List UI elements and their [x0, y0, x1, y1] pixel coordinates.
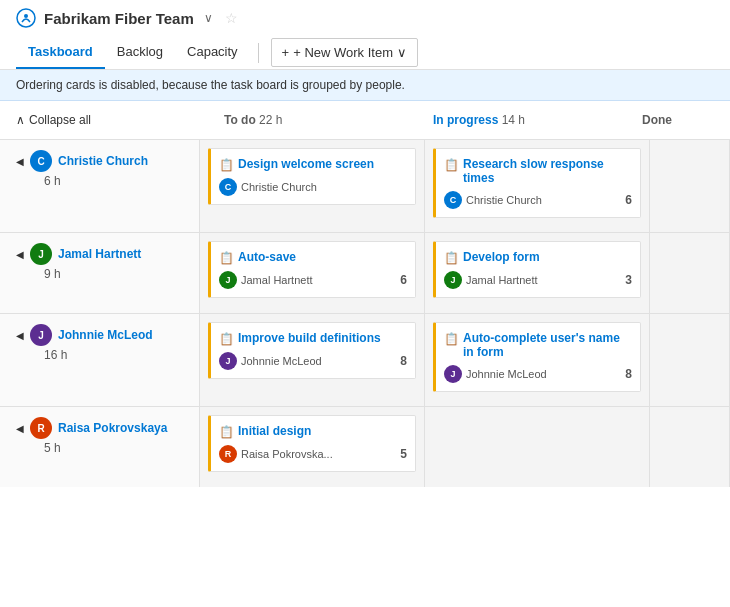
card-autocomplete-name[interactable]: 📋 Auto-complete user's name in form J Jo… [433, 322, 641, 392]
avatar-johnnie: J [30, 324, 52, 346]
col-todo-christie: 📋 Design welcome screen C Christie Churc… [200, 140, 425, 232]
card-person-raisa-todo: R Raisa Pokrovska... [219, 445, 333, 463]
card-title-improve-build: 📋 Improve build definitions [219, 331, 407, 346]
col-done-jamal [650, 233, 730, 313]
svg-point-1 [24, 14, 28, 18]
card-title-design-welcome: 📋 Design welcome screen [219, 157, 407, 172]
board-header: ∧ Collapse all To do 22 h In progress 14… [0, 101, 730, 139]
avatar-johnnie-todo: J [219, 352, 237, 370]
person-columns-johnnie: 📋 Improve build definitions J Johnnie Mc… [200, 314, 730, 406]
favorite-star-icon[interactable]: ☆ [225, 10, 238, 26]
person-name-raisa[interactable]: Raisa Pokrovskaya [58, 421, 167, 435]
person-info-jamal: ◀ J Jamal Hartnett 9 h [0, 233, 200, 313]
team-name: Fabrikam Fiber Team [44, 10, 194, 27]
card-hours-autocomplete: 8 [625, 367, 632, 381]
card-person-jamal-inprogress: J Jamal Hartnett [444, 271, 538, 289]
card-person-johnnie-inprogress: J Johnnie McLeod [444, 365, 547, 383]
collapse-arrow-johnnie[interactable]: ◀ [16, 330, 24, 341]
task-icon-autocomplete: 📋 [444, 332, 459, 346]
plus-icon: + [282, 45, 290, 60]
card-person-christie-todo: C Christie Church [219, 178, 317, 196]
col-header-done: Done [634, 109, 714, 131]
col-inprogress-jamal: 📋 Develop form J Jamal Hartnett 3 [425, 233, 650, 313]
card-design-welcome[interactable]: 📋 Design welcome screen C Christie Churc… [208, 148, 416, 205]
col-inprogress-christie: 📋 Research slow response times C Christi… [425, 140, 650, 232]
avatar-raisa-todo: R [219, 445, 237, 463]
person-columns-raisa: 📋 Initial design R Raisa Pokrovska... 5 [200, 407, 730, 487]
card-footer-improve-build: J Johnnie McLeod 8 [219, 352, 407, 370]
collapse-arrow-jamal[interactable]: ◀ [16, 249, 24, 260]
card-hours-research: 6 [625, 193, 632, 207]
card-hours-develop-form: 3 [625, 273, 632, 287]
col-todo-raisa: 📋 Initial design R Raisa Pokrovska... 5 [200, 407, 425, 487]
person-header-johnnie: ◀ J Johnnie McLeod [16, 324, 183, 346]
collapse-all-button[interactable]: ∧ Collapse all [16, 113, 216, 127]
board-body: ◀ C Christie Church 6 h 📋 Design welcome… [0, 139, 730, 487]
col-header-todo: To do 22 h [216, 109, 425, 131]
col-inprogress-johnnie: 📋 Auto-complete user's name in form J Jo… [425, 314, 650, 406]
person-section-johnnie: ◀ J Johnnie McLeod 16 h 📋 Improve build … [0, 313, 730, 406]
person-section-jamal: ◀ J Jamal Hartnett 9 h 📋 Auto-save [0, 232, 730, 313]
tab-capacity[interactable]: Capacity [175, 36, 250, 69]
person-hours-jamal: 9 h [44, 267, 183, 281]
avatar-christie-inprogress: C [444, 191, 462, 209]
collapse-arrow-christie[interactable]: ◀ [16, 156, 24, 167]
card-person-johnnie-todo: J Johnnie McLeod [219, 352, 322, 370]
top-bar: Fabrikam Fiber Team ∨ ☆ [0, 0, 730, 36]
person-header-jamal: ◀ J Jamal Hartnett [16, 243, 183, 265]
avatar-jamal: J [30, 243, 52, 265]
tab-taskboard[interactable]: Taskboard [16, 36, 105, 69]
card-hours-autosave: 6 [400, 273, 407, 287]
team-dropdown-icon[interactable]: ∨ [204, 11, 213, 25]
avatar-christie: C [30, 150, 52, 172]
task-icon-autosave: 📋 [219, 251, 234, 265]
card-title-research-slow: 📋 Research slow response times [444, 157, 632, 185]
team-icon [16, 8, 36, 28]
card-title-develop-form: 📋 Develop form [444, 250, 632, 265]
col-todo-jamal: 📋 Auto-save J Jamal Hartnett 6 [200, 233, 425, 313]
board-container: ∧ Collapse all To do 22 h In progress 14… [0, 101, 730, 487]
avatar-johnnie-inprogress: J [444, 365, 462, 383]
person-header-raisa: ◀ R Raisa Pokrovskaya [16, 417, 183, 439]
task-icon-improve-build: 📋 [219, 332, 234, 346]
nav-bar: Taskboard Backlog Capacity + + New Work … [0, 36, 730, 70]
card-improve-build[interactable]: 📋 Improve build definitions J Johnnie Mc… [208, 322, 416, 379]
collapse-arrow-raisa[interactable]: ◀ [16, 423, 24, 434]
col-done-raisa [650, 407, 730, 487]
person-header-christie: ◀ C Christie Church [16, 150, 183, 172]
person-info-raisa: ◀ R Raisa Pokrovskaya 5 h [0, 407, 200, 487]
tab-backlog[interactable]: Backlog [105, 36, 175, 69]
card-title-autosave: 📋 Auto-save [219, 250, 407, 265]
nav-divider [258, 43, 259, 63]
card-footer-develop-form: J Jamal Hartnett 3 [444, 271, 632, 289]
col-done-johnnie [650, 314, 730, 406]
card-hours-improve-build: 8 [400, 354, 407, 368]
person-columns-christie: 📋 Design welcome screen C Christie Churc… [200, 140, 730, 232]
person-name-johnnie[interactable]: Johnnie McLeod [58, 328, 153, 342]
col-header-inprogress: In progress 14 h [425, 109, 634, 131]
card-research-slow[interactable]: 📋 Research slow response times C Christi… [433, 148, 641, 218]
new-work-item-dropdown-icon[interactable]: ∨ [397, 45, 407, 60]
card-footer-initial-design: R Raisa Pokrovska... 5 [219, 445, 407, 463]
avatar-jamal-inprogress: J [444, 271, 462, 289]
col-inprogress-raisa [425, 407, 650, 487]
person-name-christie[interactable]: Christie Church [58, 154, 148, 168]
card-person-jamal-todo: J Jamal Hartnett [219, 271, 313, 289]
card-hours-initial-design: 5 [400, 447, 407, 461]
avatar-jamal-todo: J [219, 271, 237, 289]
new-work-item-button[interactable]: + + New Work Item ∨ [271, 38, 418, 67]
col-done-christie [650, 140, 730, 232]
col-todo-johnnie: 📋 Improve build definitions J Johnnie Mc… [200, 314, 425, 406]
card-title-initial-design: 📋 Initial design [219, 424, 407, 439]
columns-header: To do 22 h In progress 14 h Done [216, 109, 714, 131]
card-develop-form[interactable]: 📋 Develop form J Jamal Hartnett 3 [433, 241, 641, 298]
person-name-jamal[interactable]: Jamal Hartnett [58, 247, 141, 261]
info-bar: Ordering cards is disabled, because the … [0, 70, 730, 101]
card-autosave[interactable]: 📋 Auto-save J Jamal Hartnett 6 [208, 241, 416, 298]
task-icon-develop-form: 📋 [444, 251, 459, 265]
card-footer-autosave: J Jamal Hartnett 6 [219, 271, 407, 289]
new-work-item-label: + New Work Item [293, 45, 393, 60]
card-initial-design[interactable]: 📋 Initial design R Raisa Pokrovska... 5 [208, 415, 416, 472]
card-title-autocomplete-name: 📋 Auto-complete user's name in form [444, 331, 632, 359]
person-hours-raisa: 5 h [44, 441, 183, 455]
